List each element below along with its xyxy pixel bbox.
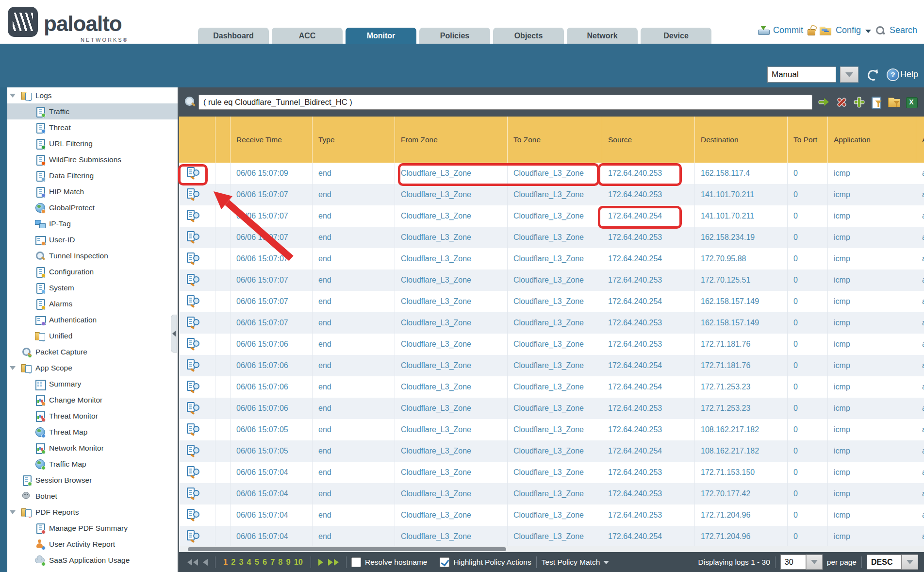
sidebar-item-threat-map[interactable]: Threat Map bbox=[0, 424, 178, 440]
log-detail-button[interactable] bbox=[179, 440, 215, 462]
log-row[interactable]: 06/06 15:07:07endCloudflare_L3_ZoneCloud… bbox=[179, 227, 924, 248]
sidebar-item-network-monitor[interactable]: Network Monitor bbox=[0, 440, 178, 456]
log-row[interactable]: 06/06 15:07:07endCloudflare_L3_ZoneCloud… bbox=[179, 269, 924, 291]
sidebar-item-app-scope[interactable]: App Scope bbox=[0, 360, 178, 376]
page-number-2[interactable]: 2 bbox=[231, 557, 235, 567]
resolve-hostname-checkbox[interactable] bbox=[351, 557, 361, 567]
help-control[interactable]: ? Help bbox=[888, 69, 918, 80]
tab-network[interactable]: Network bbox=[567, 28, 638, 44]
search-button[interactable]: Search bbox=[890, 25, 917, 35]
log-row[interactable]: 06/06 15:07:06endCloudflare_L3_ZoneCloud… bbox=[179, 376, 924, 398]
load-filter-icon[interactable] bbox=[888, 96, 900, 108]
lock-icon[interactable] bbox=[808, 29, 815, 35]
sidebar-item-packet-capture[interactable]: Packet Capture bbox=[0, 344, 178, 360]
column-header-destination[interactable]: Destination bbox=[695, 117, 788, 163]
log-row[interactable]: 06/06 15:07:04endCloudflare_L3_ZoneCloud… bbox=[179, 505, 924, 526]
log-detail-button[interactable] bbox=[179, 312, 215, 334]
log-row[interactable]: 06/06 15:07:07endCloudflare_L3_ZoneCloud… bbox=[179, 248, 924, 269]
refresh-mode-select[interactable]: Manual bbox=[767, 67, 836, 83]
sidebar-item-saas-application-usage[interactable]: SaaS Application Usage bbox=[0, 552, 178, 568]
sidebar-item-alarms[interactable]: Alarms bbox=[0, 296, 178, 312]
sidebar-item-authentication[interactable]: Authentication bbox=[0, 312, 178, 328]
log-row[interactable]: 06/06 15:07:06endCloudflare_L3_ZoneCloud… bbox=[179, 398, 924, 419]
sidebar-item-session-browser[interactable]: Session Browser bbox=[0, 472, 178, 488]
page-number-10[interactable]: 10 bbox=[294, 557, 303, 567]
column-header-receive-time[interactable]: Receive Time bbox=[231, 117, 313, 163]
sidebar-item-configuration[interactable]: Configuration bbox=[0, 264, 178, 280]
sidebar-item-change-monitor[interactable]: Change Monitor bbox=[0, 392, 178, 408]
log-detail-button[interactable] bbox=[179, 505, 215, 526]
sidebar-collapse-handle[interactable] bbox=[171, 315, 177, 353]
sidebar-item-ip-tag[interactable]: IP-Tag bbox=[0, 216, 178, 232]
last-page-button[interactable] bbox=[326, 559, 341, 566]
add-filter-icon[interactable] bbox=[853, 96, 865, 108]
config-caret-icon[interactable] bbox=[865, 30, 871, 33]
page-number-1[interactable]: 1 bbox=[223, 557, 228, 567]
sidebar-item-botnet[interactable]: Botnet bbox=[0, 488, 178, 504]
sidebar-item-user-activity-report[interactable]: User Activity Report bbox=[0, 536, 178, 552]
sidebar-item-hip-match[interactable]: HIP Match bbox=[0, 184, 178, 200]
log-detail-button[interactable] bbox=[179, 462, 215, 483]
log-detail-button[interactable] bbox=[179, 269, 215, 291]
log-detail-button[interactable] bbox=[179, 355, 215, 376]
log-detail-button[interactable] bbox=[179, 248, 215, 269]
log-row[interactable]: 06/06 15:07:07endCloudflare_L3_ZoneCloud… bbox=[179, 291, 924, 312]
first-page-button[interactable] bbox=[185, 559, 200, 566]
apply-filter-icon[interactable] bbox=[818, 96, 830, 108]
sidebar-item-pdf-reports[interactable]: PDF Reports bbox=[0, 504, 178, 520]
sidebar-item-traffic-map[interactable]: Traffic Map bbox=[0, 456, 178, 472]
page-number-7[interactable]: 7 bbox=[270, 557, 275, 567]
column-header-a[interactable]: A bbox=[916, 117, 924, 163]
column-header-type[interactable]: Type bbox=[313, 117, 395, 163]
filter-builder-icon[interactable] bbox=[871, 96, 883, 108]
log-row[interactable]: 06/06 15:07:07endCloudflare_L3_ZoneCloud… bbox=[179, 205, 924, 227]
log-detail-button[interactable] bbox=[179, 227, 215, 248]
sidebar-item-logs[interactable]: Logs bbox=[0, 87, 178, 103]
filter-query-input[interactable] bbox=[198, 95, 812, 110]
next-page-button[interactable] bbox=[316, 559, 326, 566]
column-header-to-port[interactable]: To Port bbox=[788, 117, 828, 163]
log-row[interactable]: 06/06 15:07:05endCloudflare_L3_ZoneCloud… bbox=[179, 440, 924, 462]
sidebar-item-traffic[interactable]: Traffic bbox=[0, 103, 178, 119]
page-number-5[interactable]: 5 bbox=[255, 557, 259, 567]
log-row[interactable]: 06/06 15:07:06endCloudflare_L3_ZoneCloud… bbox=[179, 334, 924, 355]
log-row[interactable]: 06/06 15:07:09endCloudflare_L3_ZoneCloud… bbox=[179, 163, 924, 184]
clear-filter-icon[interactable] bbox=[836, 96, 848, 108]
log-detail-button[interactable] bbox=[179, 184, 215, 205]
sidebar-item-unified[interactable]: Unified bbox=[0, 328, 178, 344]
sort-order-dropdown-button[interactable] bbox=[902, 555, 918, 570]
log-detail-button[interactable] bbox=[179, 419, 215, 440]
page-number-3[interactable]: 3 bbox=[239, 557, 243, 567]
highlight-policy-actions-checkbox[interactable] bbox=[440, 557, 449, 567]
sidebar-item-url-filtering[interactable]: URL Filtering bbox=[0, 135, 178, 151]
refresh-mode-dropdown-button[interactable] bbox=[840, 67, 858, 83]
log-row[interactable]: 06/06 15:07:04endCloudflare_L3_ZoneCloud… bbox=[179, 526, 924, 546]
column-header-application[interactable]: Application bbox=[828, 117, 916, 163]
sidebar-item-system[interactable]: System bbox=[0, 280, 178, 296]
sidebar-item-manage-pdf-summary[interactable]: Manage PDF Summary bbox=[0, 520, 178, 536]
sidebar-item-wildfire-submissions[interactable]: WildFire Submissions bbox=[0, 151, 178, 168]
sidebar-item-tunnel-inspection[interactable]: Tunnel Inspection bbox=[0, 248, 178, 264]
page-number-4[interactable]: 4 bbox=[247, 557, 251, 567]
column-header-blank[interactable] bbox=[179, 117, 215, 163]
tab-policies[interactable]: Policies bbox=[419, 28, 490, 44]
sidebar-item-data-filtering[interactable]: Data Filtering bbox=[0, 168, 178, 184]
expander-icon[interactable] bbox=[10, 510, 16, 514]
tab-acc[interactable]: ACC bbox=[272, 28, 343, 44]
horizontal-scrollbar[interactable] bbox=[179, 546, 924, 552]
tab-device[interactable]: Device bbox=[641, 28, 711, 44]
log-detail-button[interactable] bbox=[179, 291, 215, 312]
column-header-from-zone[interactable]: From Zone bbox=[395, 117, 508, 163]
sidebar-item-threat[interactable]: Threat bbox=[0, 119, 178, 135]
sort-order-select[interactable]: DESC bbox=[867, 555, 902, 570]
commit-button[interactable]: Commit bbox=[773, 25, 803, 35]
scrollbar-thumb[interactable] bbox=[188, 547, 506, 551]
page-number-9[interactable]: 9 bbox=[286, 557, 291, 567]
tab-objects[interactable]: Objects bbox=[493, 28, 564, 44]
log-detail-button[interactable] bbox=[179, 398, 215, 419]
log-row[interactable]: 06/06 15:07:04endCloudflare_L3_ZoneCloud… bbox=[179, 462, 924, 483]
column-header-source[interactable]: Source bbox=[602, 117, 695, 163]
sidebar-item-threat-monitor[interactable]: Threat Monitor bbox=[0, 408, 178, 424]
page-number-6[interactable]: 6 bbox=[263, 557, 267, 567]
page-number-8[interactable]: 8 bbox=[278, 557, 282, 567]
